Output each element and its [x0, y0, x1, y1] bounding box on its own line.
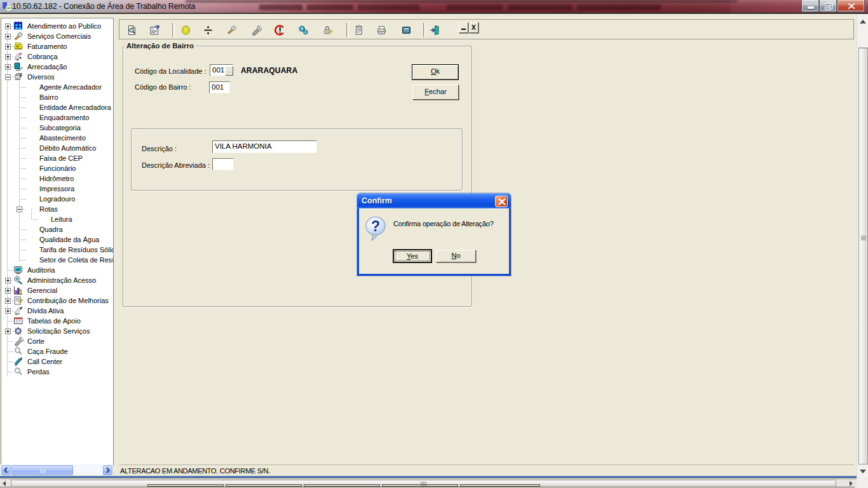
svg-text:?: ?: [371, 218, 380, 234]
